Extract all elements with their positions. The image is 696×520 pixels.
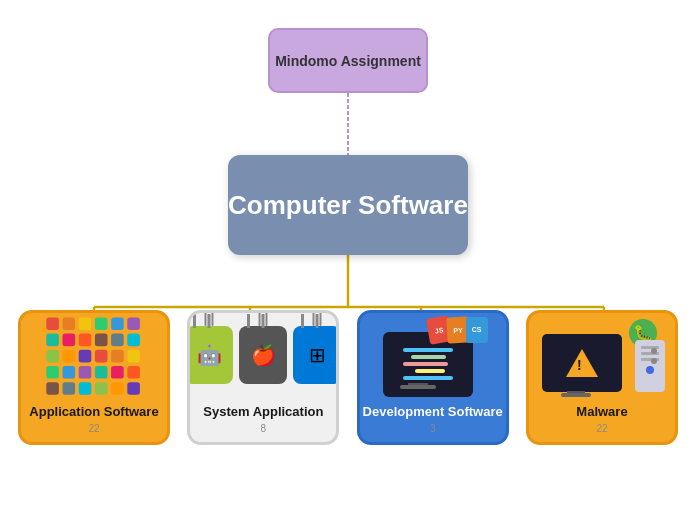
- sys-application-icon-area: 🤖 🍎: [190, 313, 336, 400]
- child-nodes-container: Application Software 22 🤖: [18, 310, 678, 445]
- app-grid-icon: [43, 313, 146, 399]
- node-malware[interactable]: 🐛: [526, 310, 678, 445]
- malware-label: Malware: [576, 404, 627, 421]
- dev-software-label: Development Software: [363, 404, 503, 421]
- dev-icon-wrap: JS PY CS: [378, 317, 488, 397]
- node-sys-application[interactable]: 🤖 🍎: [187, 310, 339, 445]
- node-dev-software[interactable]: JS PY CS: [357, 310, 509, 445]
- sys-application-label: System Application: [203, 404, 323, 421]
- sys-application-badge: 8: [261, 423, 267, 434]
- sys-app-icons: 🤖 🍎: [190, 326, 336, 388]
- app-software-badge: 22: [88, 423, 99, 434]
- main-node: Computer Software: [228, 155, 468, 255]
- diagram-container: Mindomo Assignment Computer Software App…: [0, 0, 696, 520]
- root-node: Mindomo Assignment: [268, 28, 428, 93]
- node-app-software[interactable]: Application Software 22: [18, 310, 170, 445]
- dev-software-badge: 3: [430, 423, 436, 434]
- root-label: Mindomo Assignment: [275, 53, 421, 69]
- malware-icon-area: 🐛: [529, 313, 675, 400]
- malware-wrap: 🐛: [537, 317, 667, 397]
- app-software-icon-area: [21, 313, 167, 400]
- main-label: Computer Software: [228, 190, 468, 221]
- app-software-label: Application Software: [29, 404, 158, 421]
- malware-badge: 22: [596, 423, 607, 434]
- dev-software-icon-area: JS PY CS: [360, 313, 506, 400]
